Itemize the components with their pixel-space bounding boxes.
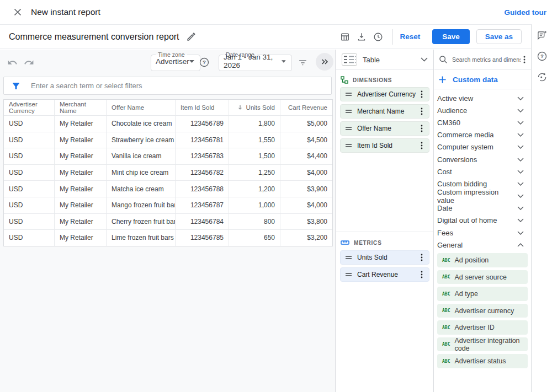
- drag-handle-icon[interactable]: [345, 255, 352, 260]
- column-header[interactable]: Item Id Sold: [176, 100, 229, 115]
- table-cell: Cherry frozen fruit bars: [107, 214, 176, 230]
- table-cell: 1,500: [229, 148, 280, 164]
- save-as-button[interactable]: Save as: [476, 29, 522, 44]
- help-button[interactable]: ?: [534, 49, 550, 64]
- report-table: Advertiser Currency Merchant Name Offer …: [3, 99, 333, 246]
- library-search-input[interactable]: [452, 56, 521, 63]
- chart-type-selector[interactable]: Table: [336, 50, 433, 70]
- table-cell: My Retailer: [55, 116, 107, 132]
- guided-tour-link[interactable]: Guided tour: [505, 8, 547, 17]
- schedule-button[interactable]: [370, 29, 386, 45]
- table-row: USD My Retailer Chocolate ice cream 1234…: [4, 115, 332, 132]
- timezone-select[interactable]: Time zone Advertiser: [151, 51, 200, 71]
- chip-menu-button[interactable]: [418, 141, 426, 150]
- table-cell: Lime frozen fruit bars: [107, 230, 176, 246]
- table-cell: $3,800: [280, 214, 332, 230]
- column-header[interactable]: Merchant Name: [55, 100, 107, 115]
- expand-panel-button[interactable]: [316, 53, 333, 71]
- library-menu-button[interactable]: [521, 55, 528, 65]
- category-label: Active view: [437, 94, 473, 103]
- column-header[interactable]: Offer Name: [107, 100, 176, 115]
- close-button[interactable]: [10, 4, 25, 20]
- category-row[interactable]: Cost: [434, 165, 531, 178]
- field-chip[interactable]: ABC Advertiser ID: [437, 320, 528, 335]
- chip-menu-button[interactable]: [418, 90, 426, 99]
- category-row-expanded[interactable]: General: [434, 239, 531, 251]
- drag-handle-icon[interactable]: [345, 126, 352, 131]
- orbit-icon: [537, 72, 548, 83]
- titlebar: Commerce measurement conversion report R…: [0, 24, 531, 49]
- timezone-help-button[interactable]: ?: [197, 55, 212, 70]
- abc-text-type-icon: ABC: [442, 325, 450, 330]
- drag-handle-icon[interactable]: [345, 109, 352, 114]
- category-label: Conversions: [437, 155, 477, 164]
- filter-list-button[interactable]: [295, 55, 310, 70]
- field-chip[interactable]: ABC Ad server source: [437, 270, 528, 284]
- abc-text-type-icon: ABC: [442, 308, 450, 313]
- column-header[interactable]: Cart Revenue: [280, 100, 332, 115]
- field-chip-label: Advertiser status: [454, 357, 506, 365]
- drag-handle-icon[interactable]: [345, 92, 352, 96]
- drag-handle-icon[interactable]: [345, 143, 352, 148]
- field-chip[interactable]: ABC Advertiser integration code: [437, 337, 528, 352]
- category-row[interactable]: Commerce media: [434, 129, 531, 141]
- filter-search-input[interactable]: [31, 82, 331, 90]
- reset-button[interactable]: Reset: [400, 33, 420, 41]
- category-row[interactable]: CM360: [434, 116, 531, 128]
- chip-menu-button[interactable]: [418, 253, 426, 262]
- chip-menu-button[interactable]: [418, 124, 426, 133]
- metric-chip-label: Cart Revenue: [357, 271, 398, 278]
- redo-button[interactable]: [21, 55, 36, 70]
- field-chip[interactable]: ABC Advertiser currency: [437, 304, 528, 318]
- table-view-button[interactable]: [337, 29, 353, 45]
- metric-chip[interactable]: Cart Revenue: [340, 267, 429, 282]
- field-chip[interactable]: ABC Advertiser status: [437, 354, 528, 368]
- category-label: Audience: [437, 106, 467, 115]
- category-row[interactable]: Conversions: [434, 153, 531, 165]
- dimension-chip-label: Merchant Name: [357, 108, 404, 115]
- field-chip-label: Ad server source: [454, 273, 506, 281]
- category-row[interactable]: Fees: [434, 227, 531, 239]
- feedback-button[interactable]: [534, 28, 550, 43]
- dimension-chip[interactable]: Advertiser Currency: [340, 87, 429, 101]
- metric-chip[interactable]: Units Sold: [340, 250, 429, 265]
- download-button[interactable]: [354, 29, 369, 45]
- undo-button[interactable]: [4, 55, 20, 70]
- filter-bar[interactable]: [3, 77, 332, 95]
- daterange-select[interactable]: Date range Jan 1 - Jan 31, 2026: [219, 51, 292, 71]
- column-header-sorted[interactable]: Units Sold: [229, 100, 280, 115]
- category-row[interactable]: Active view: [434, 92, 531, 104]
- edit-title-button[interactable]: [184, 29, 199, 45]
- field-chip-label: Advertiser currency: [454, 307, 514, 315]
- field-chip[interactable]: ABC Ad position: [437, 253, 528, 267]
- dimension-chip[interactable]: Offer Name: [340, 121, 429, 136]
- abc-text-type-icon: ABC: [442, 258, 450, 263]
- custom-data-button[interactable]: Custom data: [434, 70, 531, 89]
- dimension-chip[interactable]: Merchant Name: [340, 104, 429, 119]
- table-cell: USD: [4, 214, 55, 230]
- column-header[interactable]: Advertiser Currency: [4, 100, 55, 115]
- category-row[interactable]: Computer system: [434, 141, 531, 153]
- download-icon: [356, 31, 367, 42]
- chip-menu-button[interactable]: [418, 270, 426, 279]
- insights-button[interactable]: [534, 69, 550, 85]
- general-field-list: ABC Ad position ABC Ad server source ABC…: [434, 251, 531, 368]
- table-row: USD My Retailer Matcha ice cream 1234567…: [4, 180, 332, 197]
- category-row[interactable]: Audience: [434, 104, 531, 116]
- table-cell: USD: [4, 132, 55, 148]
- category-label: Digital out of home: [437, 216, 497, 224]
- filter-list-icon: [298, 57, 308, 68]
- divider: [392, 29, 393, 45]
- dimension-chip-label: Advertiser Currency: [357, 90, 416, 98]
- save-button[interactable]: Save: [432, 29, 470, 44]
- chip-menu-button[interactable]: [418, 107, 426, 116]
- table-cell: USD: [4, 197, 55, 213]
- category-row[interactable]: Digital out of home: [434, 214, 531, 227]
- field-chip[interactable]: ABC Ad type: [437, 287, 528, 301]
- category-row[interactable]: Custom impression value: [434, 190, 531, 202]
- drag-handle-icon[interactable]: [345, 272, 352, 277]
- table-cell: 1,200: [229, 181, 280, 197]
- dimension-chip[interactable]: Item Id Sold: [340, 138, 429, 153]
- table-chart-icon: [342, 53, 357, 66]
- field-chip-label: Advertiser integration code: [454, 337, 528, 352]
